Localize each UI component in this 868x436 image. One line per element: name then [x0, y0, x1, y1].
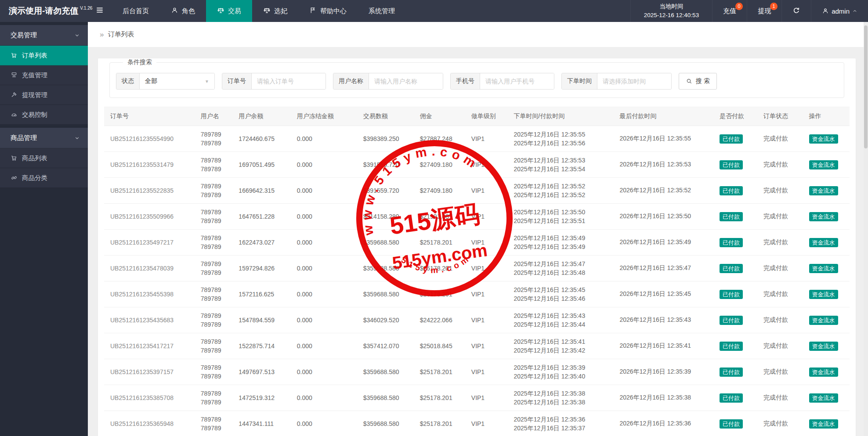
fund-flow-button[interactable]: 资金流水	[809, 316, 838, 325]
cell-frozen: 0.000	[294, 256, 361, 281]
pos-terminal-icon	[11, 72, 18, 79]
col-username: 用户名	[198, 107, 236, 126]
sidebar-item-goods-list[interactable]: 商品列表	[0, 148, 88, 168]
fund-flow-button[interactable]: 资金流水	[809, 264, 838, 273]
cell-paid: 已付款	[717, 152, 761, 178]
cell-paid: 已付款	[717, 256, 761, 281]
cell-order-pay-time: 2025年12月16日 12:35:362025年12月16日 12:35:37	[511, 411, 617, 436]
order-row: UB25121612355228357897897897891669642.31…	[104, 178, 850, 204]
username-line: 789789	[201, 320, 234, 329]
paid-badge: 已付款	[720, 419, 743, 429]
fund-flow-button[interactable]: 资金流水	[809, 342, 838, 351]
fund-flow-button[interactable]: 资金流水	[809, 186, 838, 195]
username-line: 789789	[201, 130, 234, 139]
nav-item-system[interactable]: 系统管理	[358, 0, 406, 22]
username-line: 789789	[201, 415, 234, 424]
cell-balance: 1697051.495	[236, 152, 294, 178]
sidebar-item-goods-category[interactable]: 商品分类	[0, 168, 88, 188]
status-filter: 状态 全部 ▼	[116, 73, 215, 90]
nav-label: 后台首页	[123, 7, 149, 15]
recharge-link[interactable]: 充值 0	[712, 0, 747, 22]
nav-item-trade[interactable]: 交易	[206, 0, 252, 22]
fund-flow-button[interactable]: 资金流水	[809, 290, 838, 299]
order-time-input[interactable]	[597, 73, 671, 89]
topbar: 演示使用-请勿充值 V.1.26 后台首页 角色 交易 选妃	[0, 0, 868, 22]
refresh-button[interactable]	[781, 0, 811, 22]
fund-flow-button[interactable]: 资金流水	[809, 238, 838, 247]
fund-flow-button[interactable]: 资金流水	[809, 393, 838, 403]
cell-order-status: 完成付款	[761, 385, 807, 411]
cell-actions: 资金流水	[807, 359, 850, 385]
username-filter: 用户名称	[333, 73, 443, 90]
fund-flow-button[interactable]: 资金流水	[809, 212, 838, 221]
nav-item-roles[interactable]: 角色	[160, 0, 206, 22]
col-level: 做单级别	[469, 107, 511, 126]
cell-amount: $391559.720	[361, 152, 417, 178]
paid-badge: 已付款	[720, 368, 743, 377]
cell-balance: 1724460.675	[236, 126, 294, 152]
cell-frozen: 0.000	[294, 204, 361, 230]
cell-commission: $27887.248	[417, 126, 469, 152]
col-order-pay-time: 下单时间/付款时间	[511, 107, 617, 126]
search-button[interactable]: 搜 索	[679, 73, 717, 90]
order-time: 2025年12月16日 12:35:52	[514, 182, 615, 191]
username-label: 用户名称	[333, 73, 369, 89]
cell-actions: 资金流水	[807, 126, 850, 152]
username-line: 789789	[201, 337, 234, 346]
phone-input[interactable]	[480, 73, 554, 89]
fund-flow-button[interactable]: 资金流水	[809, 368, 838, 377]
cell-level: VIP1	[469, 385, 511, 411]
username-line: 789789	[201, 363, 234, 372]
nav-item-help-center[interactable]: 帮助中心	[298, 0, 358, 22]
cell-actions: 资金流水	[807, 178, 850, 204]
status-select[interactable]: 全部 ▼	[140, 73, 214, 89]
cell-amount: $359688.580	[361, 256, 417, 281]
cell-last-pay-time: 2026年12月16日 12:35:47	[617, 256, 716, 281]
order-no-input[interactable]	[252, 73, 326, 89]
nav-item-dashboard[interactable]: 后台首页	[112, 0, 160, 22]
breadcrumb-arrow-icon: »	[100, 30, 104, 39]
vertical-scrollbar[interactable]	[864, 22, 868, 436]
sidebar-group-trade[interactable]: 交易管理	[0, 25, 88, 46]
username-line: 789789	[201, 311, 234, 320]
sidebar-item-recharge-management[interactable]: 充值管理	[0, 65, 88, 85]
status-selected-value: 全部	[145, 77, 157, 85]
username-input[interactable]	[369, 73, 443, 89]
admin-menu[interactable]: admin	[811, 0, 868, 22]
scale-icon	[263, 7, 271, 15]
cell-last-pay-time: 2026年12月16日 12:35:39	[617, 359, 716, 385]
pay-time: 2025年12月16日 12:35:38	[514, 398, 615, 407]
cell-last-pay-time: 2026年12月16日 12:35:38	[617, 385, 716, 411]
cell-paid: 已付款	[717, 307, 761, 333]
fund-flow-button[interactable]: 资金流水	[809, 134, 838, 144]
username-line: 789789	[201, 139, 234, 148]
username-line: 789789	[201, 259, 234, 268]
cell-order-pay-time: 2025年12月16日 12:35:382025年12月16日 12:35:38	[511, 385, 617, 411]
refresh-icon	[792, 7, 800, 16]
cell-level: VIP1	[469, 230, 511, 256]
sidebar-group-goods[interactable]: 商品管理	[0, 128, 88, 148]
search-button-label: 搜 索	[696, 77, 710, 85]
order-time: 2025年12月16日 12:35:43	[514, 311, 615, 320]
fund-flow-button[interactable]: 资金流水	[809, 419, 838, 429]
sidebar-toggle-button[interactable]	[88, 0, 112, 22]
nav-item-xuanfei[interactable]: 选妃	[252, 0, 298, 22]
sidebar-item-order-list[interactable]: 订单列表	[0, 46, 88, 65]
sidebar-item-withdraw-management[interactable]: 提现管理	[0, 85, 88, 105]
fund-flow-button[interactable]: 资金流水	[809, 160, 838, 169]
sidebar-item-trade-control[interactable]: 交易控制	[0, 105, 88, 125]
sidebar-item-label: 商品分类	[22, 174, 47, 182]
pay-time: 2025年12月16日 12:35:44	[514, 320, 615, 329]
sidebar-item-label: 交易控制	[22, 111, 47, 119]
cell-paid: 已付款	[717, 333, 761, 359]
orders-table-header: 订单号 用户名 用户余额 用户冻结金额 交易数额 佣金 做单级别 下单时间/付款…	[104, 107, 850, 126]
scrollbar-thumb[interactable]	[864, 25, 868, 148]
username-line: 789789	[201, 234, 234, 242]
withdraw-link[interactable]: 提现 1	[747, 0, 781, 22]
paid-badge: 已付款	[720, 186, 743, 195]
cell-paid: 已付款	[717, 126, 761, 152]
cell-order-pay-time: 2025年12月16日 12:35:532025年12月16日 12:35:54	[511, 152, 617, 178]
cell-order-status: 完成付款	[761, 359, 807, 385]
cell-amount: $359688.580	[361, 230, 417, 256]
order-time: 2025年12月16日 12:35:39	[514, 363, 615, 372]
